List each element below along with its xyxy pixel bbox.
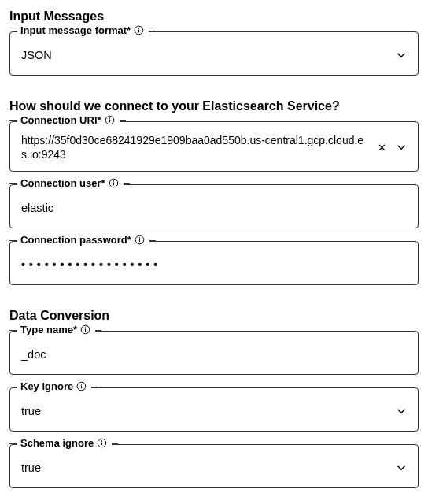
value-key-ignore: true — [21, 404, 389, 419]
label-connection-uri: Connection URI* — [20, 114, 101, 126]
field-legend: Schema ignore — [17, 437, 112, 449]
info-icon[interactable] — [80, 324, 90, 335]
info-icon[interactable] — [134, 25, 144, 35]
field-connection-uri: Connection URI* https://35f0d30ce6824192… — [9, 121, 419, 172]
info-icon[interactable] — [135, 235, 145, 245]
input-type-name[interactable]: _doc — [21, 347, 407, 362]
input-connection-user-box: elastic — [9, 184, 419, 228]
field-schema-ignore: Schema ignore true — [9, 444, 419, 488]
value-schema-ignore: true — [21, 461, 389, 476]
field-connection-user: Connection user* elastic — [9, 184, 419, 228]
label-type-name: Type name* — [20, 324, 77, 335]
label-connection-password: Connection password* — [20, 234, 131, 246]
svg-rect-11 — [139, 239, 140, 243]
select-key-ignore[interactable]: true — [9, 387, 419, 432]
input-connection-password-box: •••••••••••••••••• — [9, 241, 419, 285]
section-title-connect: How should we connect to your Elasticsea… — [9, 99, 419, 113]
info-icon[interactable] — [76, 381, 87, 391]
svg-rect-2 — [138, 30, 139, 33]
chevron-down-icon — [396, 142, 407, 153]
chevron-down-icon — [396, 462, 407, 473]
label-input-format: Input message format* — [20, 24, 131, 36]
svg-point-13 — [85, 328, 86, 328]
section-connect: How should we connect to your Elasticsea… — [9, 99, 419, 285]
field-legend: Connection URI* — [17, 114, 120, 126]
chevron-down-icon — [396, 406, 407, 417]
field-legend: Input message format* — [17, 24, 149, 36]
field-type-name: Type name* _doc — [9, 331, 419, 375]
svg-point-4 — [109, 117, 109, 118]
combo-connection-uri[interactable]: https://35f0d30ce68241929e1909baa0ad550b… — [9, 121, 419, 172]
label-key-ignore: Key ignore — [20, 380, 73, 392]
info-icon[interactable] — [105, 115, 115, 125]
section-title-conversion: Data Conversion — [9, 309, 419, 323]
chevron-down-icon — [396, 50, 407, 61]
label-connection-user: Connection user* — [20, 177, 105, 189]
input-connection-user[interactable]: elastic — [21, 201, 407, 216]
clear-icon[interactable]: ✕ — [378, 143, 386, 153]
section-data-conversion: Data Conversion Type name* _doc Key igno… — [9, 309, 419, 488]
svg-point-10 — [139, 238, 140, 239]
svg-rect-8 — [113, 183, 114, 186]
svg-rect-20 — [101, 443, 102, 446]
select-input-format[interactable]: JSON — [9, 32, 419, 76]
field-legend: Connection password* — [17, 234, 149, 246]
field-key-ignore: Key ignore true — [9, 387, 419, 432]
input-connection-password[interactable]: •••••••••••••••••• — [21, 258, 407, 272]
svg-point-1 — [138, 28, 139, 28]
field-input-format: Input message format* JSON — [9, 32, 419, 76]
section-input-messages: Input Messages Input message format* JSO… — [9, 9, 419, 76]
info-icon[interactable] — [97, 438, 107, 448]
svg-rect-17 — [81, 386, 82, 389]
field-legend: Key ignore — [17, 380, 91, 392]
svg-point-19 — [101, 441, 102, 442]
value-input-format: JSON — [21, 48, 389, 63]
input-type-name-box: _doc — [9, 331, 419, 375]
info-icon[interactable] — [109, 178, 119, 188]
svg-rect-14 — [85, 329, 86, 332]
label-schema-ignore: Schema ignore — [20, 437, 94, 449]
svg-point-7 — [113, 181, 113, 182]
select-schema-ignore[interactable]: true — [9, 444, 419, 488]
section-title-input: Input Messages — [9, 9, 419, 24]
svg-rect-5 — [109, 120, 109, 123]
svg-point-16 — [81, 384, 82, 385]
field-legend: Connection user* — [17, 177, 124, 189]
value-connection-uri: https://35f0d30ce68241929e1909baa0ad550b… — [21, 133, 371, 161]
field-legend: Type name* — [17, 324, 95, 335]
field-connection-password: Connection password* •••••••••••••••••• — [9, 241, 419, 285]
